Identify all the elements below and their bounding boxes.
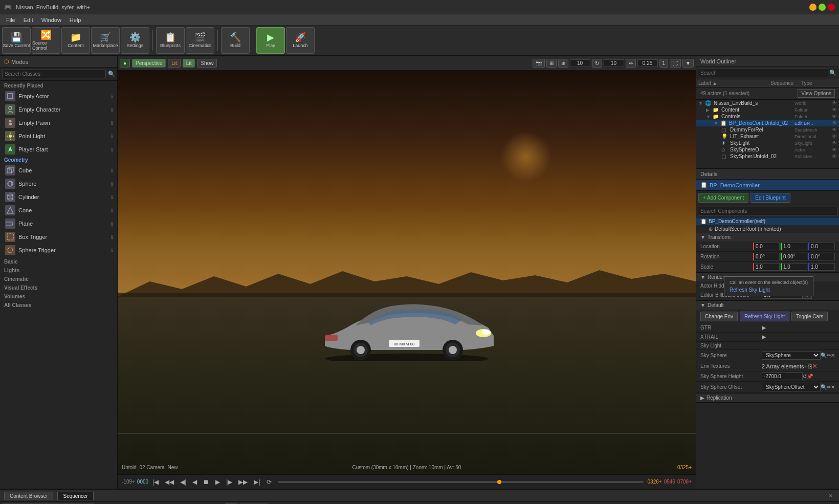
sky-sphere-pick-button[interactable]: 🔍: [821, 353, 827, 358]
replication-section-header[interactable]: ▶ Replication: [696, 393, 839, 402]
tab-content-browser[interactable]: Content Browser: [4, 492, 53, 500]
scale-x-input[interactable]: [753, 263, 780, 271]
save-current-button[interactable]: 💾 Save Current: [2, 27, 31, 54]
component-item[interactable]: 📋 BP_DemoController(self): [696, 217, 839, 225]
list-item[interactable]: Empty Pawn ℹ: [0, 116, 117, 129]
launch-button[interactable]: 🚀 Launch: [286, 27, 315, 54]
sky-sphere-height-input[interactable]: [762, 372, 803, 380]
wo-item[interactable]: ☀ SkyLight SkyLight 👁: [696, 140, 839, 146]
category-visual-effects[interactable]: Visual Effects: [0, 283, 117, 292]
component-item[interactable]: ⊕ DefaultSceneRoot (Inherited): [696, 225, 839, 233]
list-item[interactable]: Cube ℹ: [0, 164, 117, 177]
seq-close-icon[interactable]: ✕: [827, 493, 835, 498]
search-classes-input[interactable]: [2, 70, 106, 78]
tl-loop[interactable]: ⟳: [264, 477, 274, 487]
sky-sphere-offset-select[interactable]: SkySphereOffset: [762, 383, 821, 391]
default-section-header[interactable]: ▼ Default: [696, 301, 839, 310]
content-button[interactable]: 📁 Content: [61, 27, 90, 54]
category-basic[interactable]: Basic: [0, 257, 117, 266]
category-geometry[interactable]: Geometry: [0, 156, 117, 164]
lit-button[interactable]: Lit: [183, 59, 195, 68]
env-textures-add-button[interactable]: +: [804, 362, 808, 370]
settings-button[interactable]: ⚙️ Settings: [121, 27, 149, 54]
sky-sphere-edit-button[interactable]: ✏: [827, 353, 831, 358]
xtrail-arrow[interactable]: ▶: [762, 334, 766, 340]
wo-item[interactable]: 💡 LIT_Exhaust Directional 👁: [696, 133, 839, 140]
toggle-cars-button[interactable]: Toggle Cars: [791, 312, 828, 321]
category-recently-placed[interactable]: Recently Placed: [0, 81, 117, 90]
list-item[interactable]: Plane ℹ: [0, 217, 117, 230]
scale-snap-input[interactable]: [637, 59, 658, 67]
tl-goto-end[interactable]: ▶|: [252, 477, 262, 487]
vp-settings-button[interactable]: ▼: [682, 59, 694, 68]
maximize-button[interactable]: [819, 4, 826, 11]
timeline-scrubber[interactable]: [278, 481, 644, 483]
list-item[interactable]: Cone ℹ: [0, 204, 117, 217]
sky-height-reset-button[interactable]: ↺: [803, 374, 807, 379]
perspective-mode-button[interactable]: Perspective: [132, 59, 166, 68]
lit-mode-button[interactable]: Lit: [168, 59, 181, 68]
vp-rotate-button[interactable]: ↻: [592, 59, 602, 68]
cinematics-button[interactable]: 🎬 Cinematics: [186, 27, 214, 54]
vp-scale-button[interactable]: ⇔: [626, 59, 636, 68]
location-y-input[interactable]: [781, 243, 807, 250]
change-env-button[interactable]: Change Env: [700, 312, 738, 321]
perspective-toggle[interactable]: ●: [120, 59, 130, 68]
menu-file[interactable]: File: [2, 16, 19, 24]
list-item[interactable]: Cylinder ℹ: [0, 190, 117, 204]
vp-viewport-button[interactable]: 1: [659, 59, 669, 68]
grid-snap-input[interactable]: [570, 59, 590, 67]
wo-item[interactable]: ▢ SkySpher.Untold_02 StaticMe... 👁: [696, 153, 839, 160]
scale-y-input[interactable]: [781, 263, 807, 271]
wo-item[interactable]: ▼ 📁 Controls Folder 👁: [696, 113, 839, 120]
tab-sequencer[interactable]: Sequencer: [57, 492, 93, 500]
blueprints-button[interactable]: 📋 Blueprints: [156, 27, 185, 54]
transform-section-header[interactable]: ▼ Transform: [696, 233, 839, 242]
wo-item[interactable]: ▢ DummyForRel StaticMesh 👁: [696, 126, 839, 133]
sky-height-pin-button[interactable]: 📌: [807, 374, 813, 379]
category-volumes[interactable]: Volumes: [0, 292, 117, 300]
add-component-button[interactable]: + Add Component: [698, 193, 748, 203]
det-search-input[interactable]: [698, 207, 837, 215]
rotation-y-input[interactable]: [781, 253, 807, 260]
rotation-snap-input[interactable]: [604, 59, 624, 67]
refresh-sky-light-button[interactable]: Refresh Sky Light: [740, 312, 789, 321]
env-textures-del-button[interactable]: ✕: [812, 362, 818, 370]
category-all-classes[interactable]: All Classes: [0, 300, 117, 309]
rotation-x-input[interactable]: [753, 253, 780, 260]
rotation-z-input[interactable]: [808, 253, 835, 260]
sky-sphere-clear-button[interactable]: ✕: [831, 353, 835, 358]
location-z-input[interactable]: [808, 243, 835, 250]
camera-icon-button[interactable]: 📷: [533, 59, 545, 68]
list-item[interactable]: Empty Character ℹ: [0, 103, 117, 116]
wo-item[interactable]: ▼ 🌐 Nissan_EnvBuild_s World 👁: [696, 100, 839, 106]
sky-sphere-select[interactable]: SkySphere: [762, 351, 821, 360]
wo-item[interactable]: ▶ 📁 Content Folder 👁: [696, 106, 839, 113]
show-button[interactable]: Show: [197, 59, 217, 68]
wo-item[interactable]: ◇ SkySphereO Actor 👁: [696, 146, 839, 153]
list-item[interactable]: Sphere ℹ: [0, 177, 117, 190]
source-control-button[interactable]: 🔀 Source Control: [32, 27, 60, 54]
vp-grid-button[interactable]: ⊞: [546, 59, 557, 68]
list-item[interactable]: Empty Actor ℹ: [0, 90, 117, 103]
wo-search-input[interactable]: [698, 69, 828, 77]
list-item[interactable]: Box Trigger ℹ: [0, 230, 117, 244]
edit-blueprint-button[interactable]: Edit Blueprint: [750, 193, 790, 203]
tl-prev-frame[interactable]: ◀|: [178, 477, 188, 487]
sky-offset-edit-button[interactable]: ✏: [827, 384, 831, 390]
location-x-input[interactable]: [753, 243, 780, 250]
category-cinematic[interactable]: Cinematic: [0, 274, 117, 283]
tl-next-frame[interactable]: |▶: [224, 477, 234, 487]
gtr-arrow[interactable]: ▶: [762, 324, 766, 331]
tl-reverse[interactable]: ◀: [190, 477, 199, 487]
build-button[interactable]: 🔨 Build: [221, 27, 250, 54]
list-item[interactable]: Sphere Trigger ℹ: [0, 244, 117, 257]
minimize-button[interactable]: [809, 4, 816, 11]
tl-prev-key[interactable]: ◀◀: [163, 477, 176, 487]
tl-next-key[interactable]: ▶▶: [236, 477, 250, 487]
play-button[interactable]: ▶ Play: [256, 27, 285, 54]
vp-move-button[interactable]: ⊕: [558, 59, 568, 68]
menu-window[interactable]: Window: [37, 16, 65, 24]
marketplace-button[interactable]: 🛒 Marketplace: [91, 27, 120, 54]
tl-goto-start[interactable]: |◀: [150, 477, 161, 487]
